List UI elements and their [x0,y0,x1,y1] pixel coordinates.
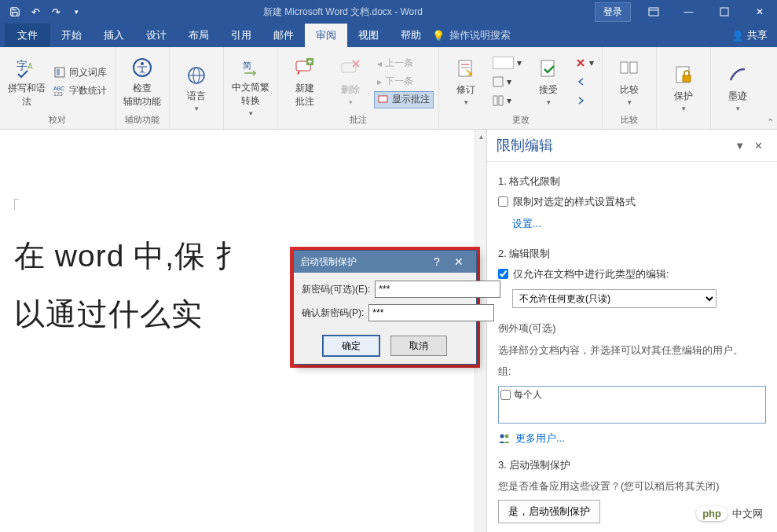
group-everyone-label: 每个人 [514,388,542,402]
show-comments-label: 显示批注 [392,93,430,106]
new-password-input[interactable] [375,281,500,298]
dialog-help-icon[interactable]: ? [426,255,448,268]
redo-icon[interactable]: ↷ [47,3,64,20]
ok-button[interactable]: 确定 [323,336,379,356]
page-corner [14,199,19,210]
spelling-label: 拼写和语法 [5,82,49,108]
tab-review[interactable]: 审阅 [305,24,347,47]
chinese-convert-label: 中文简繁 转换 [232,81,269,108]
chinese-convert-icon: 简 [238,57,263,79]
ink-button[interactable]: 墨迹 ▾ [716,59,760,116]
tracking-pane-dropdown[interactable]: ▾ [489,92,525,109]
scroll-up-icon[interactable]: ▴ [475,130,486,142]
collapse-ribbon-icon[interactable]: ⌃ [767,117,774,127]
svg-rect-30 [621,62,628,73]
accept-button[interactable]: 接受 ▾ [526,53,570,110]
next-comment-label: 下一条 [385,75,413,88]
delete-comment-icon [338,57,363,82]
login-button[interactable]: 登录 [595,2,631,22]
tab-design[interactable]: 设计 [135,24,178,47]
ink-icon [725,63,750,88]
wordcount-label: 字数统计 [69,84,107,97]
save-icon[interactable] [6,3,24,20]
tab-mailings[interactable]: 邮件 [262,24,305,47]
accessibility-button[interactable]: 检查 辅助功能 [120,53,164,110]
tell-me-search[interactable]: 💡 操作说明搜索 [432,24,511,47]
confirm-password-input[interactable] [368,304,494,321]
svg-rect-27 [493,96,497,105]
reject-button[interactable]: ▾ [572,54,597,72]
tab-file[interactable]: 文件 [5,24,50,47]
language-button[interactable]: 语言 ▾ [174,59,218,116]
compare-button[interactable]: 比较 ▾ [607,53,651,110]
minimize-icon[interactable]: — [671,0,706,24]
protect-button[interactable]: 保护 ▾ [662,59,706,116]
accept-icon [536,57,561,82]
show-comments-icon [378,94,389,105]
users-icon [498,433,511,444]
tab-insert[interactable]: 插入 [93,24,135,47]
wordcount-button[interactable]: ABC123 字数统计 [50,82,110,99]
group-comments-label: 批注 [283,112,434,129]
section-2-title: 2. 编辑限制 [498,247,766,261]
tab-home[interactable]: 开始 [50,24,93,47]
group-everyone-checkbox[interactable] [500,390,511,400]
cancel-button[interactable]: 取消 [390,336,447,356]
protect-icon [671,63,696,88]
ribbon-options-icon[interactable] [636,0,671,24]
format-settings-link[interactable]: 设置... [512,217,541,231]
pane-close-icon[interactable]: ✕ [750,140,768,152]
next-change-button[interactable] [572,92,597,109]
pane-dropdown-icon[interactable]: ▼ [730,140,750,152]
tab-references[interactable]: 引用 [220,24,262,47]
prev-change-button[interactable] [572,73,597,90]
edit-restrict-select[interactable]: 不允许任何更改(只读) [512,289,717,308]
enforce-protection-dialog-highlight: 启动强制保护 ? ✕ 新密码(可选)(E): 确认新密码(P): 确定 取消 [290,247,480,368]
accept-label: 接受 [539,83,558,97]
document-line: 在 word 中,保 扌 [14,227,247,285]
tracking-icon [453,57,478,82]
close-icon[interactable]: ✕ [742,0,777,24]
tracking-label: 修订 [456,83,475,97]
watermark-text: 中文网 [732,507,763,521]
spelling-button[interactable]: 字A 拼写和语法 [5,53,49,110]
format-restrict-checkbox[interactable] [498,196,508,207]
more-users-link[interactable]: 更多用户... [498,431,766,446]
chinese-convert-button[interactable]: 简 中文简繁 转换 ▾ [229,59,273,116]
tracking-button[interactable]: 修订 ▾ [444,53,488,110]
tab-help[interactable]: 帮助 [390,24,432,47]
wordcount-icon: ABC123 [53,84,66,97]
next-comment-button[interactable]: ▸ 下一条 [374,73,434,90]
maximize-icon[interactable] [706,0,742,24]
accessibility-icon [130,55,155,80]
watermark: php 中文网 [696,506,763,521]
prev-comment-button[interactable]: ◂ 上一条 [374,55,434,72]
qat-dropdown-icon[interactable]: ▾ [68,3,85,20]
title-bar: ↶ ↷ ▾ 新建 Microsoft Word 文档.docx - Word 登… [0,0,777,24]
new-comment-button[interactable]: 新建 批注 [283,53,327,110]
chevron-down-icon: ▾ [464,98,468,106]
svg-point-34 [500,434,504,438]
tracking-display-dropdown[interactable]: ▾ [489,54,525,72]
share-button[interactable]: 👤 共享 [731,28,768,42]
watermark-badge: php [696,506,728,521]
thesaurus-button[interactable]: 同义词库 [50,64,110,81]
dialog-close-icon[interactable]: ✕ [448,255,470,268]
group-proofing-label: 校对 [5,112,110,129]
group-listbox[interactable]: 每个人 [498,386,766,424]
start-enforcement-button[interactable]: 是，启动强制保护 [498,500,600,523]
ribbon-tabs: 文件 开始 插入 设计 布局 引用 邮件 审阅 视图 帮助 💡 操作说明搜索 👤… [0,24,777,47]
group-accessibility-label: 辅助功能 [120,112,164,129]
tab-layout[interactable]: 布局 [178,24,220,47]
edit-restrict-checkbox[interactable] [498,269,508,279]
window-title: 新建 Microsoft Word 文档.docx - Word [91,6,595,19]
chevron-down-icon: ▾ [736,105,740,112]
tracking-markup-dropdown[interactable]: ▾ [489,73,525,90]
more-users-label: 更多用户... [515,431,565,446]
prev-comment-label: 上一条 [385,57,413,70]
svg-rect-2 [720,8,728,16]
show-comments-button[interactable]: 显示批注 [374,91,434,108]
tab-view[interactable]: 视图 [347,24,390,47]
undo-icon[interactable]: ↶ [27,3,44,20]
svg-rect-19 [342,63,356,72]
